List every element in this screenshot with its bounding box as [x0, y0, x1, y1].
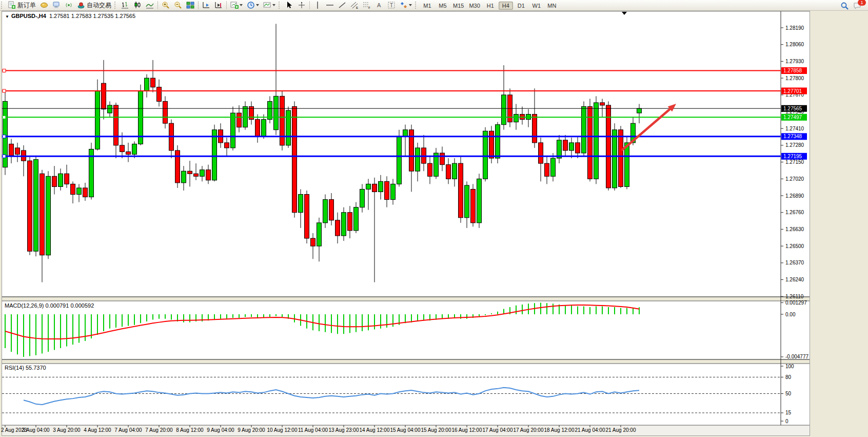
- line-handle: [3, 135, 6, 138]
- candle-body: [114, 105, 119, 145]
- new-order-button[interactable]: 新订单: [6, 0, 37, 10]
- horizontal-line-tool-button[interactable]: [324, 0, 336, 10]
- tile-windows-button[interactable]: [185, 0, 196, 10]
- history-center-button[interactable]: [51, 0, 62, 10]
- search-button[interactable]: [839, 1, 851, 11]
- time-tick-label: 18 Aug 12:00: [544, 427, 575, 433]
- periods-button[interactable]: [245, 0, 261, 10]
- candle-body: [446, 165, 451, 179]
- timeframe-D1[interactable]: D1: [514, 2, 528, 10]
- crosshair-icon: [298, 1, 306, 9]
- scroll-end-icon: [202, 1, 210, 9]
- collapse-icon[interactable]: ▼: [5, 14, 9, 19]
- candle-body: [231, 113, 235, 148]
- time-tick-label: 21 Aug 20:00: [606, 427, 636, 433]
- timeframe-M1[interactable]: M1: [420, 2, 435, 10]
- fibonacci-tool-button[interactable]: F: [361, 0, 372, 10]
- auto-trading-icon: [77, 1, 85, 9]
- arrows-icon: [400, 1, 408, 9]
- axis-tick-label: 0: [785, 419, 788, 424]
- broadcast-icon: [65, 1, 73, 9]
- candle-body: [9, 144, 14, 156]
- axis-tick-label: 1.26370: [785, 260, 804, 265]
- axis-tick-label: 1.27800: [785, 75, 804, 81]
- market-depth-button[interactable]: [38, 0, 50, 10]
- svg-text:F: F: [368, 6, 370, 9]
- chart-line-button[interactable]: [144, 0, 155, 10]
- horizontal-line-icon: [326, 1, 334, 9]
- auto-trading-button[interactable]: 自动交易: [75, 0, 113, 10]
- text-tool-button[interactable]: A: [373, 0, 385, 10]
- ohlc-values: 1.27581 1.27583 1.27535 1.27565: [49, 13, 135, 19]
- zoom-out-button[interactable]: [172, 0, 184, 10]
- price-flag-label: 1.27701: [783, 88, 802, 94]
- timeframe-MN[interactable]: MN: [545, 2, 559, 10]
- macd-indicator-label: MACD(12,26,9) 0.000791 0.000592: [5, 302, 94, 309]
- candle-body: [225, 143, 229, 148]
- chart-bars-button[interactable]: [120, 0, 131, 10]
- signals-button[interactable]: [63, 0, 74, 10]
- chevron-down-icon: [272, 4, 275, 6]
- axis-tick-label: 15: [785, 410, 792, 415]
- mt4-window: 新订单 自动交易: [0, 0, 868, 437]
- candle-body: [262, 120, 266, 137]
- candle-body: [175, 150, 180, 183]
- new-chart-button[interactable]: [229, 0, 244, 10]
- candle-body: [206, 170, 211, 180]
- zoom-in-button[interactable]: [160, 0, 171, 10]
- scroll-to-end-button[interactable]: [201, 0, 212, 10]
- search-icon: [840, 2, 849, 10]
- notifications-button[interactable]: 1: [852, 1, 863, 11]
- chart-shift-button[interactable]: [213, 0, 224, 10]
- candle-body: [600, 103, 605, 105]
- arrows-tool-button[interactable]: [398, 0, 413, 10]
- time-tick-label: 8 Aug 12:00: [176, 427, 204, 433]
- candle-body: [471, 189, 476, 222]
- terminal-icon: [52, 1, 61, 9]
- axis-tick-label: 0.00: [785, 312, 796, 317]
- candle-body: [28, 161, 32, 251]
- axis-tick-label: 1.26890: [785, 193, 804, 199]
- crosshair-tool-button[interactable]: [296, 0, 307, 10]
- toolbar-grip: [415, 2, 419, 9]
- timeframe-M30[interactable]: M30: [467, 2, 482, 10]
- cursor-tool-button[interactable]: [284, 0, 295, 10]
- candle-body: [311, 238, 315, 246]
- timeframe-H1[interactable]: H1: [483, 2, 498, 10]
- axis-tick-label: 1.26110: [785, 294, 804, 299]
- text-icon: A: [375, 1, 383, 9]
- candle-body: [625, 143, 629, 187]
- axis-tick-label: 50: [785, 391, 792, 396]
- candle-body: [145, 78, 149, 91]
- toolbar-grip: [1, 2, 5, 9]
- candle-body: [452, 163, 457, 179]
- candle-body: [268, 101, 272, 119]
- candle-body: [120, 145, 125, 152]
- vertical-line-tool-button[interactable]: [312, 0, 323, 10]
- trendline-tool-button[interactable]: [337, 0, 348, 10]
- axis-tick-label: 1.26760: [785, 210, 804, 215]
- time-tick-label: 7 Aug 20:00: [145, 427, 173, 433]
- toolbar: 新订单 自动交易: [0, 0, 868, 11]
- candle-body: [40, 174, 45, 255]
- candle-body: [182, 171, 186, 183]
- timeframe-H4[interactable]: H4: [499, 2, 513, 10]
- chart-canvas[interactable]: 1.281901.280601.279301.278001.276701.275…: [0, 0, 868, 437]
- channel-tool-button[interactable]: E: [349, 0, 360, 10]
- time-tick-label: 13 Aug 23:00: [329, 427, 359, 433]
- timeframe-W1[interactable]: W1: [529, 2, 544, 10]
- chevron-down-icon: [409, 4, 412, 6]
- timeframe-M15[interactable]: M15: [451, 2, 466, 10]
- timeframe-M5[interactable]: M5: [436, 2, 450, 10]
- line-handle: [3, 89, 6, 92]
- candle-body: [551, 158, 556, 176]
- line-handle: [3, 69, 6, 72]
- candle-body: [391, 184, 396, 199]
- candle-body: [336, 220, 340, 236]
- label-tool-button[interactable]: T: [386, 0, 397, 10]
- candle-body: [563, 140, 568, 150]
- price-flag-label: 1.27195: [783, 154, 802, 159]
- templates-button[interactable]: [262, 0, 277, 10]
- candle-body: [477, 179, 482, 223]
- chart-candles-button[interactable]: [132, 0, 143, 10]
